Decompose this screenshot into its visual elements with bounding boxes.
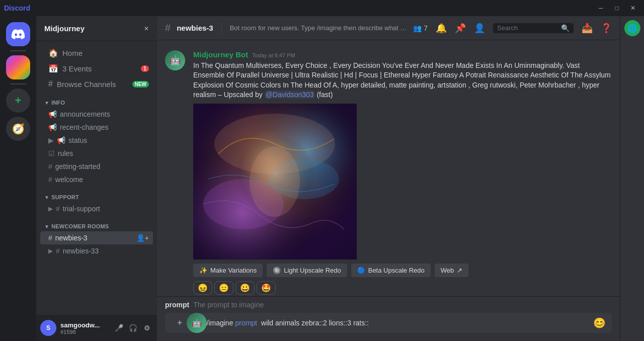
add-member-icon: 👤+ [136, 234, 149, 242]
member-count: 👥 7 [413, 24, 428, 32]
channel-hash-icon: # [56, 205, 60, 213]
discord-home-button[interactable] [6, 22, 30, 46]
new-badge: NEW [132, 81, 149, 88]
app-container: + 🧭 Midjourney ✕ 🏠 Home 📅 3 Events 1 [0, 16, 644, 341]
channel-name: trial-support [63, 205, 100, 213]
channel-hash-icon: # [56, 247, 60, 255]
reaction-3[interactable]: 🤩 [257, 281, 276, 295]
channel-name: newbies-33 [63, 247, 99, 255]
light-upscale-redo-button[interactable]: 🔘 Light Upscale Redo [267, 264, 347, 277]
header-icons: 👥 7 🔔 📌 👤 🔍 📥 ❓ [413, 23, 612, 34]
sidebar-chevron-icon: ✕ [144, 25, 149, 32]
message-content: Midjourney Bot Today at 6:47 PM In The Q… [193, 50, 612, 295]
maximize-button[interactable]: □ [610, 3, 624, 13]
server-divider-2 [10, 83, 26, 84]
action-buttons: ✨ Make Variations 🔘 Light Upscale Redo 🔵… [193, 264, 612, 277]
browse-icon: # [48, 79, 53, 89]
minimize-button[interactable]: ─ [594, 3, 608, 13]
channel-welcome[interactable]: # welcome [40, 173, 153, 186]
button-label: Web [441, 267, 454, 274]
channel-hash-icon: # [48, 234, 52, 242]
channel-name: getting-started [55, 162, 101, 170]
channel-header: # newbies-3 Bot room for new users. Type… [157, 16, 620, 40]
blue-circle-icon: 🔵 [357, 267, 365, 274]
emoji-picker-button[interactable]: 😊 [589, 313, 610, 333]
channel-recent-changes[interactable]: 📢 recent-changes [40, 121, 153, 134]
channel-status[interactable]: ▶ 📢 status [40, 134, 153, 147]
sidebar-item-browse[interactable]: # Browse Channels NEW [40, 76, 153, 92]
notification-icon[interactable]: 🔔 [436, 23, 447, 34]
settings-button[interactable]: ⚙ [141, 322, 153, 334]
web-button[interactable]: Web ↗ [435, 264, 469, 277]
category-chevron-icon: ▼ [44, 100, 49, 106]
members-icon[interactable]: 👤 [474, 23, 485, 34]
discover-servers-button[interactable]: 🧭 [6, 117, 30, 141]
reactions-bar: 😖 😑 😀 🤩 [193, 281, 612, 295]
channel-expand-icon: ▶ [48, 205, 53, 212]
search-icon: 🔍 [561, 24, 570, 32]
channel-rules[interactable]: ☑ rules [40, 147, 153, 160]
message-input-wrapper: + 🤖 /imagine prompt 😊 [165, 313, 612, 333]
message-input-area: + 🤖 /imagine prompt 😊 [157, 313, 620, 341]
add-server-button[interactable]: + [6, 89, 30, 113]
username: samgoodw... [60, 321, 109, 329]
sidebar-item-events[interactable]: 📅 3 Events 1 [40, 61, 153, 76]
close-button[interactable]: ✕ [626, 3, 640, 13]
midjourney-server-icon[interactable] [6, 55, 30, 79]
prompt-description: The prompt to imagine [193, 301, 264, 309]
category-support[interactable]: ▼ SUPPORT [36, 186, 157, 202]
reaction-2[interactable]: 😀 [235, 281, 255, 295]
emoji: 😖 [198, 283, 208, 293]
sidebar-item-label: Home [62, 49, 83, 57]
bot-avatar-small: 🤖 [187, 313, 207, 333]
channel-announcements[interactable]: 📢 announcements [40, 108, 153, 121]
reaction-0[interactable]: 😖 [193, 281, 212, 295]
mention: @Davidson303 [265, 91, 315, 99]
prompt-bar: prompt The prompt to imagine [157, 296, 620, 313]
side-panel: 🌐 [620, 16, 644, 341]
user-discriminator: #1598 [60, 329, 109, 335]
user-controls: 🎤 🎧 ⚙ [113, 322, 153, 334]
sparkle-icon: ✨ [199, 267, 207, 274]
prompt-label: prompt [165, 301, 189, 309]
channel-newbies-3[interactable]: # newbies-3 👤+ [40, 231, 153, 244]
message-text: In The Quantum Multiverses, Every Choice… [193, 61, 612, 100]
search-input[interactable] [497, 24, 558, 32]
emoji: 😑 [219, 283, 229, 293]
channel-header-name: newbies-3 [177, 24, 213, 32]
channel-hash-icon: # [165, 22, 171, 34]
mute-button[interactable]: 🎤 [113, 322, 125, 334]
channel-trial-support[interactable]: ▶ # trial-support [40, 202, 153, 215]
button-label: Beta Upscale Redo [368, 267, 425, 274]
button-label: Make Variations [210, 267, 257, 274]
category-label: SUPPORT [51, 194, 79, 200]
member-count-value: 7 [424, 24, 428, 32]
pin-icon[interactable]: 📌 [455, 23, 466, 34]
message-input[interactable] [259, 313, 589, 332]
channel-name: welcome [55, 176, 83, 184]
channel-newbies-33[interactable]: ▶ # newbies-33 [40, 244, 153, 258]
search-box[interactable]: 🔍 [493, 23, 574, 33]
channel-getting-started[interactable]: # getting-started [40, 160, 153, 173]
reaction-1[interactable]: 😑 [214, 281, 233, 295]
messages-area: 🤖 Midjourney Bot Today at 6:47 PM In The… [157, 40, 620, 296]
make-variations-button[interactable]: ✨ Make Variations [193, 264, 263, 277]
inbox-icon[interactable]: 📥 [582, 23, 593, 34]
channel-header-description: Bot room for new users. Type /imagine th… [230, 24, 408, 32]
server-sidebar: + 🧭 [0, 16, 36, 341]
attach-icon[interactable]: + [173, 314, 187, 332]
sidebar-item-label: Browse Channels [57, 80, 116, 89]
titlebar-left: Discord [4, 4, 30, 12]
help-icon[interactable]: ❓ [601, 23, 612, 34]
sidebar-header[interactable]: Midjourney ✕ [36, 16, 157, 41]
message-image [193, 104, 359, 260]
category-chevron-icon: ▼ [44, 195, 49, 200]
category-newcomer-rooms[interactable]: ▼ NEWCOMER ROOMS [36, 215, 157, 231]
deafen-button[interactable]: 🎧 [127, 322, 139, 334]
ai-art-canvas [193, 104, 357, 260]
category-info[interactable]: ▼ INFO [36, 92, 157, 108]
header-divider [221, 22, 222, 34]
beta-upscale-redo-button[interactable]: 🔵 Beta Upscale Redo [351, 264, 431, 277]
sidebar-item-home[interactable]: 🏠 Home [40, 45, 153, 61]
midjourney-icon[interactable]: 🌐 [624, 20, 640, 36]
